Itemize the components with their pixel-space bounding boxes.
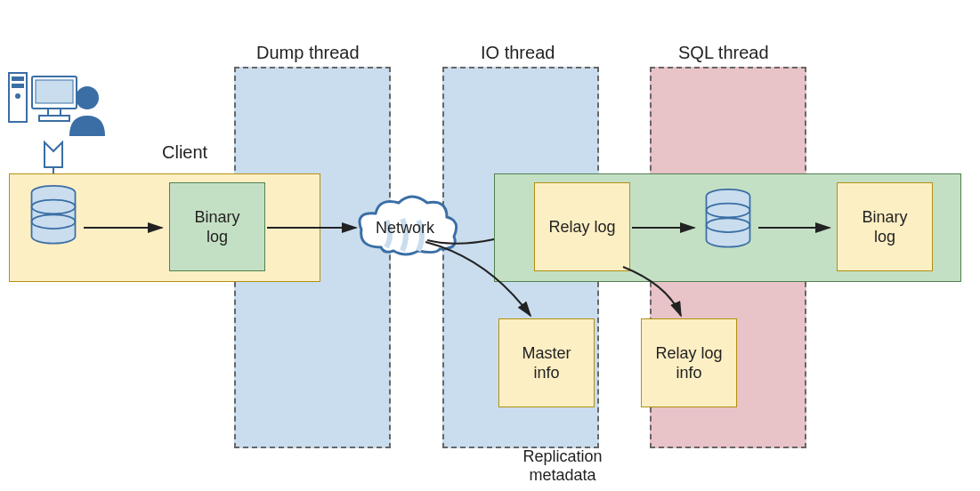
io-thread-label: IO thread: [481, 43, 555, 63]
client-label: Client: [162, 142, 207, 163]
binary-log-slave: Binary log: [837, 182, 933, 271]
svg-rect-7: [39, 116, 69, 121]
svg-rect-6: [48, 109, 61, 116]
slave-database-icon: [700, 189, 757, 251]
client-icon: [7, 69, 105, 153]
binary-log-slave-label: Binary log: [862, 207, 907, 247]
relay-log: Relay log: [534, 182, 630, 271]
svg-rect-5: [36, 80, 73, 103]
master-info-label: Master info: [522, 343, 571, 383]
dump-thread-label: Dump thread: [256, 43, 360, 63]
relay-log-label: Relay log: [548, 217, 615, 237]
network-label: Network: [376, 219, 434, 237]
master-info: Master info: [498, 318, 595, 407]
sql-thread-label: SQL thread: [678, 43, 769, 63]
svg-point-8: [76, 86, 99, 109]
svg-point-3: [15, 93, 20, 99]
binary-log-master: Binary log: [169, 182, 265, 271]
svg-rect-1: [12, 76, 24, 81]
svg-rect-2: [12, 84, 24, 88]
binary-log-master-label: Binary log: [194, 207, 239, 247]
diagram-root: { "threads": { "dump": "Dump thread", "i…: [0, 0, 980, 491]
master-database-icon: [25, 185, 82, 247]
replication-metadata-label: Replication metadata: [509, 447, 616, 485]
relay-log-info-label: Relay log info: [655, 343, 722, 383]
relay-log-info: Relay log info: [641, 318, 737, 407]
